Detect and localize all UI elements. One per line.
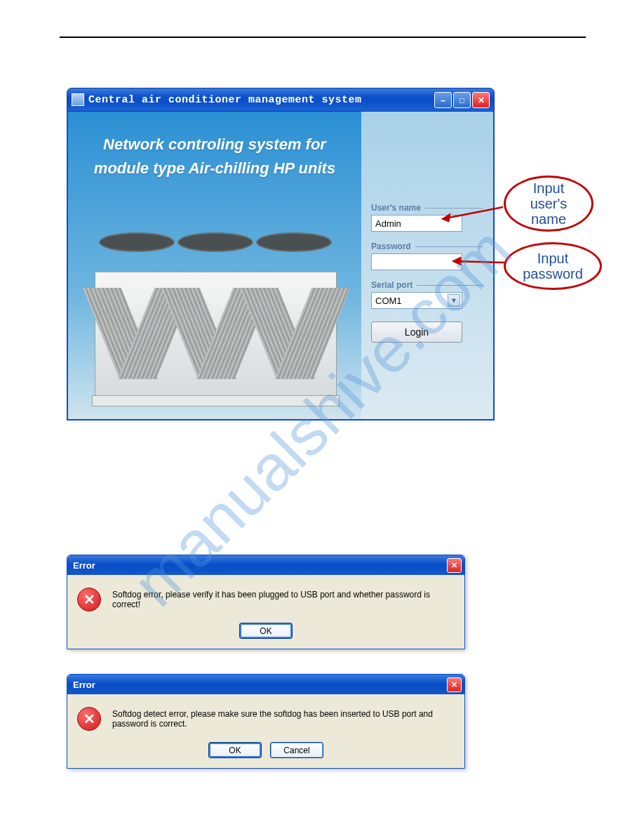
login-body: Network controling system for module typ… — [67, 112, 495, 421]
maximize-button[interactable]: □ — [453, 92, 471, 108]
error-icon: ✕ — [77, 707, 101, 731]
dialog-titlebar[interactable]: Error ✕ — [67, 675, 464, 694]
login-window: Central air conditioner management syste… — [67, 88, 495, 421]
callout-username: Input user's name — [504, 176, 593, 232]
arrow-password — [447, 253, 507, 270]
minimize-button[interactable]: – — [434, 92, 452, 108]
close-icon[interactable]: ✕ — [447, 677, 462, 692]
hero-heading: Network controling system for module typ… — [82, 133, 347, 180]
cancel-button[interactable]: Cancel — [270, 742, 323, 758]
window-title: Central air conditioner management syste… — [88, 94, 362, 106]
password-label: Password — [371, 241, 483, 251]
horizontal-rule — [60, 37, 586, 38]
error-dialog-1: Error ✕ ✕ Softdog error, please verify i… — [67, 555, 465, 649]
svg-line-0 — [442, 207, 503, 219]
window-titlebar[interactable]: Central air conditioner management syste… — [67, 88, 495, 112]
dialog-body: ✕ Softdog detect error, please make sure… — [67, 694, 464, 768]
svg-marker-1 — [442, 213, 450, 222]
serialport-select[interactable]: ▼ — [371, 292, 462, 309]
app-icon — [72, 93, 84, 106]
dialog-message: Softdog error, please verify it has been… — [112, 590, 455, 609]
dialog-titlebar[interactable]: Error ✕ — [67, 555, 464, 575]
dialog-title-text: Error — [73, 560, 95, 571]
close-icon[interactable]: ✕ — [447, 558, 462, 573]
window-controls: – □ ✕ — [434, 92, 490, 108]
hero-panel: Network controling system for module typ… — [68, 112, 361, 419]
login-button[interactable]: Login — [371, 322, 462, 343]
arrow-username — [436, 204, 507, 225]
serialport-label: Serial port — [371, 280, 483, 290]
svg-marker-3 — [452, 257, 461, 265]
ok-button[interactable]: OK — [239, 623, 293, 639]
error-icon: ✕ — [77, 588, 101, 611]
dialog-body: ✕ Softdog error, please verify it has be… — [67, 575, 464, 649]
ac-unit-illustration — [95, 245, 337, 406]
error-dialog-2: Error ✕ ✕ Softdog detect error, please m… — [67, 674, 465, 769]
dialog-message: Softdog detect error, please make sure t… — [112, 709, 455, 729]
dialog-title-text: Error — [73, 680, 95, 690]
callout-password: Input password — [504, 242, 602, 290]
close-button[interactable]: ✕ — [472, 92, 490, 108]
ok-button[interactable]: OK — [208, 742, 262, 758]
chevron-down-icon[interactable]: ▼ — [448, 294, 460, 307]
